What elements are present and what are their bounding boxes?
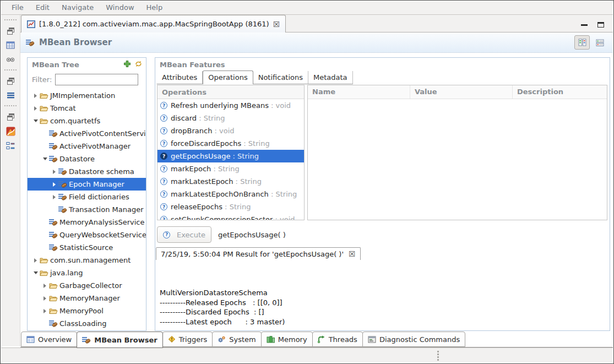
restore-window-icon (7, 27, 15, 35)
splitter-handle[interactable] (437, 351, 439, 361)
operation-item[interactable]: ?setChunkCompressionFactor : void (157, 213, 304, 220)
mbean-features-panel: MBean Features AttributesOperationsNotif… (155, 57, 610, 331)
tree-item[interactable]: GarbageCollector (28, 279, 146, 292)
tree-item[interactable]: Field dictionaries (28, 191, 146, 203)
close-icon[interactable]: ☒ (349, 250, 356, 258)
tab-notifications[interactable]: Notifications (253, 71, 308, 84)
tree-item[interactable]: QueryWebsocketService (28, 229, 146, 241)
operations-column-header[interactable]: Operations (157, 85, 304, 99)
operation-item[interactable]: ?markLatestEpoch : String (157, 175, 304, 188)
bottom-tab-bar: OverviewMBean BrowserTriggersSystemMemor… (20, 331, 613, 347)
chevron-right-icon[interactable] (41, 296, 48, 301)
folder-icon (39, 117, 48, 124)
layout-list-button[interactable] (592, 35, 607, 50)
layout-grid-icon (578, 39, 586, 46)
operation-item[interactable]: ?getEpochsUsage : String (157, 150, 304, 162)
result-tab[interactable]: 7/25/19, 5:50:04 PM Result for 'getEpoch… (156, 247, 361, 260)
execute-button[interactable]: ? Execute (157, 226, 211, 243)
operation-item[interactable]: ?markLatestEpochOnBranch : String (157, 188, 304, 200)
tree-item[interactable]: Datastore (28, 153, 146, 165)
bottom-tab-diagnostic-commands[interactable]: Diagnostic Commands (362, 332, 465, 347)
tree-item[interactable]: MemoryAnalysisService (28, 216, 146, 229)
tab-metadata[interactable]: Metadata (308, 71, 353, 84)
operation-item[interactable]: ?markEpoch : String (157, 162, 304, 175)
restore-window-icon (7, 77, 15, 85)
tab-attributes[interactable]: Attributes (156, 71, 203, 84)
tree-item[interactable]: com.sun.management (28, 254, 146, 267)
tree-item[interactable]: Transaction Manager (28, 203, 146, 216)
overview-icon (26, 336, 35, 343)
chevron-right-icon[interactable] (32, 106, 39, 111)
tree-item[interactable]: Tomcat (28, 102, 146, 115)
tree-item[interactable]: java.lang (28, 267, 146, 279)
tree-item[interactable]: StatisticSource (28, 241, 146, 254)
tree-item[interactable]: ActivePivotContentServi (28, 127, 146, 140)
outline-icon (6, 142, 15, 150)
toolbar-button[interactable] (4, 89, 17, 101)
chevron-down-icon[interactable] (32, 271, 39, 274)
tree-item[interactable]: Epoch Manager (28, 178, 146, 191)
toolbar-button[interactable] (4, 125, 17, 137)
column-header-value[interactable]: Value (410, 85, 513, 99)
chevron-down-icon[interactable] (32, 119, 39, 122)
toolbar-button[interactable] (4, 111, 17, 123)
tree-item[interactable]: ActivePivotManager (28, 140, 146, 153)
toolbar-button[interactable] (4, 53, 17, 66)
toolbar-separator (4, 69, 17, 70)
minimize-icon[interactable] (581, 24, 588, 26)
tree-item[interactable]: ClassLoading (28, 317, 146, 330)
operation-item[interactable]: ?releaseEpochs : String (157, 200, 304, 213)
chevron-right-icon[interactable] (51, 195, 58, 199)
operation-item[interactable]: ?Refresh underlying MBeans : void (157, 99, 304, 112)
column-header-name[interactable]: Name (308, 85, 410, 99)
toolbar-button[interactable] (4, 75, 17, 87)
bottom-tab-threads[interactable]: Threads (312, 332, 363, 347)
plus-button[interactable] (123, 60, 131, 69)
chevron-right-icon[interactable] (41, 284, 48, 288)
menu-item-edit[interactable]: Edit (30, 1, 56, 14)
close-icon[interactable]: ☒ (273, 20, 280, 28)
toolbar-button[interactable] (4, 39, 17, 51)
bean-icon (48, 231, 58, 238)
menu-item-help[interactable]: Help (140, 1, 169, 14)
maximize-icon[interactable] (597, 22, 604, 28)
tree-item-label: Tomcat (50, 104, 76, 112)
chevron-down-icon[interactable] (41, 157, 48, 160)
tree-item-label: ActivePivotContentServi (59, 129, 146, 138)
left-toolbar (1, 15, 20, 346)
bottom-tab-overview[interactable]: Overview (21, 332, 77, 347)
tab-operations[interactable]: Operations (203, 70, 253, 84)
chevron-right-icon[interactable] (32, 94, 39, 98)
bottom-tab-memory[interactable]: Memory (261, 332, 313, 347)
result-output: MultiVersionDatastoreSchema ----------Re… (160, 288, 285, 327)
operation-item[interactable]: ?dropBranch : void (157, 124, 304, 137)
menu-item-window[interactable]: Window (100, 1, 140, 14)
operation-name: markLatestEpoch (171, 177, 233, 186)
refresh-button[interactable] (134, 60, 143, 69)
filter-input[interactable] (55, 74, 138, 85)
chevron-right-icon[interactable] (41, 309, 48, 313)
tree-item[interactable]: com.quartetfs (28, 115, 146, 127)
bottom-tab-system[interactable]: System (212, 332, 261, 347)
editor-tab[interactable]: [1.8.0_212] com.activeviam.mac.app.MacSp… (21, 15, 286, 32)
operation-item[interactable]: ?forceDiscardEpochs : String (157, 137, 304, 150)
execute-button-label: Execute (177, 231, 205, 239)
tree-item[interactable]: MemoryManager (28, 292, 146, 305)
bottom-tab-triggers[interactable]: Triggers (162, 332, 213, 347)
menu-item-navigate[interactable]: Navigate (56, 1, 100, 14)
menu-item-file[interactable]: File (6, 1, 30, 14)
layout-grid-button[interactable] (574, 35, 590, 50)
toolbar-button[interactable] (4, 139, 17, 151)
tree-item[interactable]: Datastore schema (28, 165, 146, 178)
folder-icon (48, 295, 58, 302)
chevron-right-icon[interactable] (32, 258, 39, 263)
chevron-right-icon[interactable] (51, 182, 58, 187)
toolbar-button[interactable] (4, 25, 17, 37)
bottom-tab-mbean-browser[interactable]: MBean Browser (77, 332, 162, 348)
operation-item[interactable]: ?discard : String (157, 112, 304, 124)
tree-item[interactable]: JMImplementation (28, 89, 146, 102)
tree-item[interactable]: MemoryPool (28, 305, 146, 317)
result-tab-row: 7/25/19, 5:50:04 PM Result for 'getEpoch… (156, 247, 361, 260)
chevron-right-icon[interactable] (51, 170, 58, 174)
column-header-description[interactable]: Description (513, 85, 607, 99)
